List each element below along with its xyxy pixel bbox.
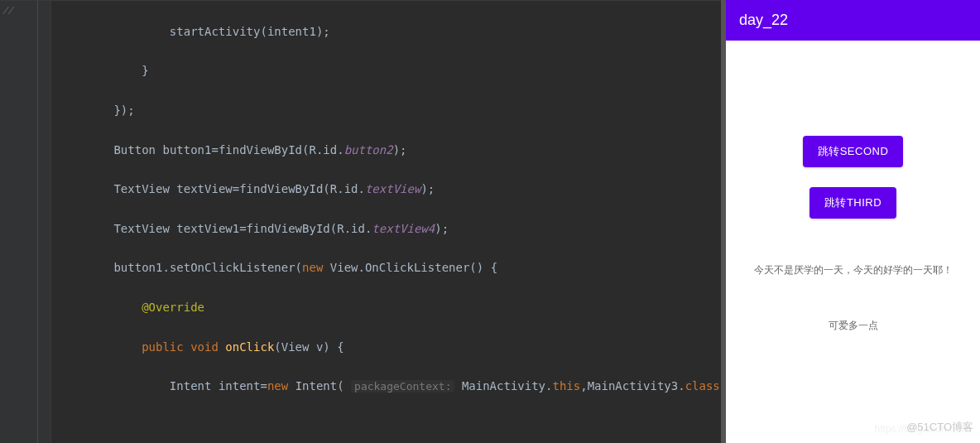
code-line[interactable]: TextView textView1=findViewById(R.id.tex… [51,219,721,239]
code-line[interactable]: button1.setOnClickListener(new View.OnCl… [51,258,721,278]
gutter-comment-marker: // [2,3,13,19]
text-view-1: 今天不是厌学的一天，今天的好学的一天耶！ [754,263,953,277]
code-line[interactable]: } [51,61,721,81]
jump-third-button[interactable]: 跳转THIRD [809,187,896,219]
code-line[interactable]: Button button1=findViewById(R.id.button2… [51,141,721,161]
code-editor[interactable]: // startActivity(intent1); } }); Button … [0,0,721,443]
code-content[interactable]: startActivity(intent1); } }); Button but… [51,1,721,443]
app-title: day_22 [739,12,788,28]
code-line[interactable]: TextView textView=findViewById(R.id.text… [51,180,721,200]
code-line[interactable] [51,417,721,436]
code-line[interactable]: public void onClick(View v) { [51,338,721,358]
app-content: 跳转SECOND 跳转THIRD 今天不是厌学的一天，今天的好学的一天耶！ 可爱… [726,41,980,443]
code-line[interactable]: Intent intent=new Intent( packageContext… [51,377,721,397]
app-bar: day_22 [726,0,980,41]
jump-second-button[interactable]: 跳转SECOND [803,136,904,167]
fold-guide [37,1,38,443]
watermark-cto: @51CTO博客 [906,420,973,435]
emulator-preview: day_22 跳转SECOND 跳转THIRD 今天不是厌学的一天，今天的好学的… [721,0,980,443]
code-line[interactable]: startActivity(intent1); [51,22,721,42]
text-view-2: 可爱多一点 [829,319,878,333]
code-line[interactable]: @Override [51,298,721,318]
code-line[interactable]: }); [51,101,721,121]
parameter-hint: packageContext: [351,380,454,392]
editor-gutter: // [0,1,51,443]
